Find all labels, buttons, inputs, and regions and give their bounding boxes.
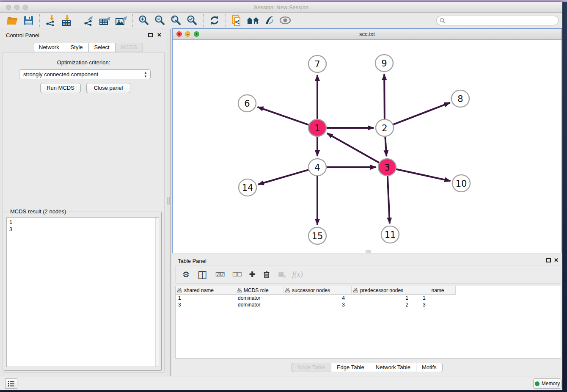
graph-node-11[interactable]: 11	[381, 226, 399, 243]
style-preview-button[interactable]	[261, 14, 277, 27]
tab-mcds[interactable]: MCDS	[116, 43, 143, 52]
search-input[interactable]	[436, 16, 559, 25]
import-table-button[interactable]	[59, 14, 75, 27]
deselect-all-button[interactable]: ☐☐	[232, 271, 241, 278]
delete-table-button[interactable]: ▦ ✕	[278, 271, 284, 278]
column-header-mcds-role[interactable]: MCDS role	[235, 286, 284, 295]
table-cell[interactable]: 3	[176, 301, 235, 308]
table-cell[interactable]: dominator	[235, 295, 284, 301]
tab-select[interactable]: Select	[89, 43, 116, 52]
graph-node-9[interactable]: 9	[375, 55, 393, 72]
table-cell[interactable]: 3	[420, 301, 456, 308]
search-icon	[440, 18, 446, 24]
graph-edge-3-1[interactable]	[327, 133, 380, 163]
zoom-selected-button[interactable]	[184, 14, 200, 27]
status-bar: Memory	[0, 376, 562, 390]
graph-node-6[interactable]: 6	[238, 95, 256, 112]
add-row-button[interactable]: ✚	[249, 270, 255, 279]
toolbar-separator	[132, 14, 133, 27]
table-cell[interactable]: 1	[420, 295, 456, 301]
result-scrollbar[interactable]	[155, 218, 159, 367]
tab-style[interactable]: Style	[65, 43, 89, 52]
delete-row-button[interactable]	[263, 271, 270, 279]
open-session-button[interactable]	[4, 14, 20, 27]
optimization-criterion-label: Optimization criterion:	[3, 59, 164, 66]
graph-node-1[interactable]: 1	[308, 119, 326, 136]
tab-edge-table[interactable]: Edge Table	[331, 363, 370, 372]
apply-layout-button[interactable]	[206, 14, 223, 27]
window-maximize-button[interactable]	[23, 5, 28, 10]
frame-minimize-button[interactable]: −	[185, 31, 190, 37]
network-canvas[interactable]: 7968124314101511	[173, 40, 561, 253]
table-panel-title: Table Panel	[178, 258, 206, 264]
split-handle-horizontal[interactable]	[366, 250, 371, 253]
run-mcds-button[interactable]: Run MCDS	[40, 83, 81, 93]
graph-node-2[interactable]: 2	[376, 119, 394, 136]
tab-node-table[interactable]: Node Table	[292, 363, 331, 372]
window-minimize-button[interactable]	[14, 5, 19, 10]
graph-node-8[interactable]: 8	[451, 90, 469, 107]
mcds-result-text[interactable]: 1 3	[6, 217, 159, 367]
graph-node-4[interactable]: 4	[308, 159, 326, 176]
zoom-out-button[interactable]	[152, 14, 168, 27]
criterion-value: strongly connected component	[23, 71, 98, 77]
graph-edge-1-6[interactable]	[258, 107, 309, 125]
graph-edge-2-3[interactable]	[385, 137, 386, 156]
graph-node-7[interactable]: 7	[308, 55, 326, 72]
table-row[interactable]: 1dominator411	[176, 295, 561, 301]
column-header-successor-nodes[interactable]: successor nodes	[284, 286, 352, 295]
tab-motifs[interactable]: Motifs	[416, 363, 443, 372]
hierarchy-icon	[353, 288, 358, 293]
table-cell[interactable]: 3	[284, 301, 352, 308]
table-settings-button[interactable]: ⚙	[182, 270, 190, 279]
eye-icon	[279, 16, 291, 25]
table-cell[interactable]: 2	[352, 301, 420, 308]
export-table-button[interactable]	[97, 14, 113, 27]
close-table-panel-icon[interactable]: ✕	[554, 257, 559, 263]
task-history-button[interactable]	[5, 378, 17, 389]
memory-button[interactable]: Memory	[533, 378, 561, 389]
float-table-panel-icon[interactable]	[546, 258, 551, 262]
close-panel-icon[interactable]: ✕	[157, 32, 162, 38]
tab-network[interactable]: Network	[33, 43, 65, 52]
graph-edge-4-14[interactable]	[258, 170, 309, 185]
clone-network-button[interactable]	[229, 14, 245, 27]
frame-close-button[interactable]: ✕	[176, 31, 182, 37]
table-cell[interactable]: 1	[176, 295, 235, 301]
zoom-in-button[interactable]	[136, 14, 152, 27]
table-cell[interactable]: dominator	[235, 301, 284, 308]
column-header-name[interactable]: name	[420, 286, 456, 295]
graph-node-14[interactable]: 14	[239, 179, 256, 196]
home-button[interactable]	[245, 14, 261, 27]
import-network-button[interactable]	[43, 14, 59, 27]
window-close-button[interactable]	[6, 5, 11, 10]
column-header-shared-name[interactable]: shared name	[176, 286, 235, 295]
graph-edge-2-8[interactable]	[393, 102, 450, 124]
show-hide-panels-button[interactable]	[277, 14, 293, 27]
export-image-button[interactable]	[113, 14, 129, 27]
tab-network-table[interactable]: Network Table	[370, 363, 416, 372]
criterion-dropdown[interactable]: strongly connected component ▲▼	[19, 69, 151, 79]
close-panel-button[interactable]: Close panel	[86, 83, 130, 93]
divider-handle[interactable]	[167, 197, 170, 204]
graph-node-3[interactable]: 3	[378, 159, 396, 176]
graph-node-15[interactable]: 15	[308, 227, 326, 244]
zoom-fit-button[interactable]	[168, 14, 184, 27]
frame-maximize-button[interactable]: +	[194, 31, 199, 37]
graph-edge-2-9[interactable]	[384, 74, 385, 119]
function-builder-button[interactable]: f(x)	[292, 270, 303, 279]
select-all-button[interactable]: ☑☑	[215, 271, 224, 278]
table-row[interactable]: 3dominator323	[176, 301, 561, 308]
float-panel-icon[interactable]	[148, 33, 153, 37]
split-divider-vertical[interactable]	[167, 29, 171, 376]
graph-edge-3-10[interactable]	[396, 169, 451, 181]
export-network-button[interactable]	[81, 14, 97, 27]
graph-node-10[interactable]: 10	[452, 175, 470, 192]
node-table-body: 1dominator4113dominator323	[176, 295, 561, 308]
column-header-predecessor-nodes[interactable]: predecessor nodes	[352, 286, 420, 295]
table-cell[interactable]: 1	[352, 295, 420, 301]
graph-edge-3-11[interactable]	[388, 176, 390, 224]
table-cell[interactable]: 4	[284, 295, 352, 301]
show-columns-button[interactable]: ◫	[198, 270, 207, 279]
save-session-button[interactable]	[20, 14, 36, 27]
